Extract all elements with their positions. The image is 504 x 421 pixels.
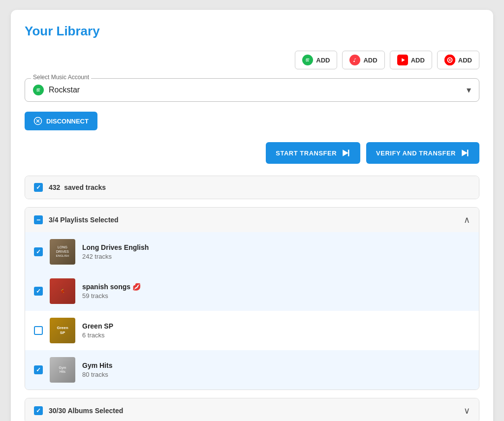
apple-add-label: ADD xyxy=(363,57,377,64)
apple-add-button[interactable]: ADD xyxy=(342,51,384,69)
start-transfer-label: START TRANSFER xyxy=(276,150,337,157)
playlist-name-green-sp: Green SP xyxy=(82,322,470,330)
spotify-icon xyxy=(302,55,313,65)
transfer-buttons-row: START TRANSFER VERIFY AND TRANSFER xyxy=(25,142,479,164)
playlist-name-gym-hits: Gym Hits xyxy=(82,361,470,369)
spotify-add-label: ADD xyxy=(316,57,330,64)
main-card: Your Library ADD ADD xyxy=(11,10,493,421)
account-spotify-icon xyxy=(33,85,44,95)
playlist-checkbox-green-sp[interactable] xyxy=(34,326,43,335)
playlist-checkbox-spanish-songs[interactable] xyxy=(34,287,43,296)
ytmusic-add-label: ADD xyxy=(458,57,472,64)
playlists-checkbox[interactable] xyxy=(34,215,43,224)
playlist-thumb-green-sp: GreenSP xyxy=(50,318,75,343)
playlist-tracks-long-drives: 242 tracks xyxy=(82,253,470,260)
playlist-checkbox-long-drives[interactable] xyxy=(34,247,43,256)
playlist-tracks-spanish-songs: 59 tracks xyxy=(82,292,470,300)
saved-tracks-header: 432 saved tracks xyxy=(25,176,479,199)
svg-marker-13 xyxy=(462,150,468,156)
svg-rect-14 xyxy=(467,150,469,156)
albums-collapse-button[interactable]: ∨ xyxy=(464,405,470,416)
svg-marker-11 xyxy=(343,150,348,156)
start-transfer-arrow-icon xyxy=(341,148,350,158)
youtube-add-label: ADD xyxy=(411,57,425,64)
disconnect-icon xyxy=(33,117,42,125)
youtube-icon xyxy=(397,55,408,65)
playlist-info-gym-hits: Gym Hits 80 tracks xyxy=(82,361,470,378)
playlist-checkbox-gym-hits[interactable] xyxy=(34,365,43,374)
albums-checkbox[interactable] xyxy=(34,406,43,415)
playlist-info-green-sp: Green SP 6 tracks xyxy=(82,322,470,339)
playlist-item: GreenSP Green SP 6 tracks xyxy=(25,311,479,350)
playlist-thumb-spanish-songs: 💃 xyxy=(50,278,75,304)
svg-rect-12 xyxy=(348,150,349,156)
chevron-down-icon: ▾ xyxy=(467,85,471,95)
playlist-info-spanish-songs: spanish songs 💋 59 tracks xyxy=(82,283,470,300)
account-selector[interactable]: Select Music Account Rockstar ▾ xyxy=(25,78,479,102)
account-selector-label: Select Music Account xyxy=(31,74,91,81)
playlists-header-left: 3/4 Playlists Selected xyxy=(34,215,119,224)
spotify-add-button[interactable]: ADD xyxy=(295,51,337,69)
albums-section: 30/30 Albums Selected ∨ xyxy=(25,398,479,421)
verify-transfer-arrow-icon xyxy=(460,148,470,158)
playlist-list: LONGDRIVESENGLISH Long Drives English 24… xyxy=(25,232,479,390)
account-name: Rockstar xyxy=(49,86,80,94)
playlist-tracks-gym-hits: 80 tracks xyxy=(82,371,470,378)
saved-tracks-header-left: 432 saved tracks xyxy=(34,183,106,192)
playlist-info-long-drives: Long Drives English 242 tracks xyxy=(82,243,470,260)
playlist-thumb-gym-hits: GymHits xyxy=(50,357,75,383)
svg-rect-1 xyxy=(351,57,358,63)
youtube-add-button[interactable]: ADD xyxy=(390,51,432,69)
playlists-section: 3/4 Playlists Selected ∧ LONGDRIVESENGLI… xyxy=(25,207,479,390)
disconnect-button[interactable]: DISCONNECT xyxy=(25,112,97,130)
playlists-header: 3/4 Playlists Selected ∧ xyxy=(25,208,479,232)
svg-point-6 xyxy=(449,59,451,61)
albums-title: 30/30 Albums Selected xyxy=(49,407,123,415)
saved-tracks-checkbox[interactable] xyxy=(34,183,43,192)
ytmusic-icon xyxy=(444,55,455,65)
playlist-item: GymHits Gym Hits 80 tracks xyxy=(25,350,479,390)
playlist-thumb-long-drives: LONGDRIVESENGLISH xyxy=(50,239,75,265)
verify-transfer-button[interactable]: VERIFY AND TRANSFER xyxy=(366,142,479,164)
playlists-collapse-button[interactable]: ∧ xyxy=(464,214,470,225)
apple-music-icon xyxy=(349,55,360,65)
account-selector-left: Rockstar xyxy=(33,85,80,95)
playlist-item: LONGDRIVESENGLISH Long Drives English 24… xyxy=(25,232,479,271)
albums-header: 30/30 Albums Selected ∨ xyxy=(25,398,479,421)
playlist-name-spanish-songs: spanish songs 💋 xyxy=(82,283,470,291)
ytmusic-add-button[interactable]: ADD xyxy=(437,51,479,69)
saved-tracks-section: 432 saved tracks xyxy=(25,176,479,199)
verify-transfer-label: VERIFY AND TRANSFER xyxy=(376,150,456,157)
add-buttons-row: ADD ADD ADD xyxy=(25,51,479,69)
albums-header-left: 30/30 Albums Selected xyxy=(34,406,123,415)
playlist-tracks-green-sp: 6 tracks xyxy=(82,331,470,339)
saved-tracks-title: 432 saved tracks xyxy=(49,183,106,191)
start-transfer-button[interactable]: START TRANSFER xyxy=(266,142,360,164)
playlists-title: 3/4 Playlists Selected xyxy=(49,216,119,224)
playlist-name-long-drives: Long Drives English xyxy=(82,243,470,251)
disconnect-label: DISCONNECT xyxy=(46,118,89,125)
playlist-item: 💃 spanish songs 💋 59 tracks xyxy=(25,271,479,311)
page-title: Your Library xyxy=(25,24,479,39)
